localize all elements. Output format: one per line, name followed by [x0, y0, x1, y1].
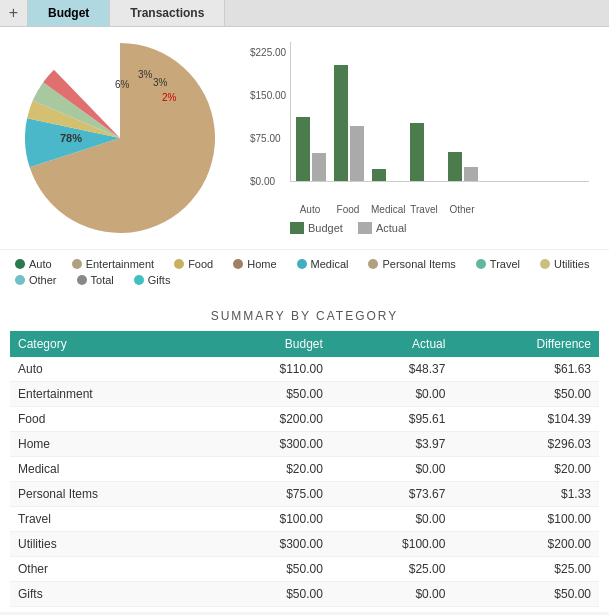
- table-cell-category: Travel: [10, 507, 208, 532]
- table-cell-budget: $200.00: [208, 407, 331, 432]
- chart-section: 78% 6% 3% 3% 2% $225.00 $150.00 $75.00 $…: [0, 27, 609, 249]
- table-cell-category: Medical: [10, 457, 208, 482]
- table-cell-budget: $100.00: [208, 507, 331, 532]
- table-cell-difference: $100.00: [453, 507, 599, 532]
- bar-x-label: Travel: [409, 204, 439, 215]
- legend-item: Personal Items: [368, 258, 455, 270]
- legend-dot: [72, 259, 82, 269]
- summary-section: SUMMARY BY CATEGORY Category Budget Actu…: [0, 294, 609, 612]
- legend-dot: [297, 259, 307, 269]
- legend-dot: [233, 259, 243, 269]
- legend-item: Total: [77, 274, 114, 286]
- table-cell-category: Auto: [10, 357, 208, 382]
- table-cell-category: Personal Items: [10, 482, 208, 507]
- legend-label: Gifts: [148, 274, 171, 286]
- pie-chart: 78% 6% 3% 3% 2%: [10, 37, 230, 239]
- legend-label: Utilities: [554, 258, 589, 270]
- bar-groups: [290, 42, 589, 182]
- legend-item: Gifts: [134, 274, 171, 286]
- budget-bar: [372, 169, 386, 181]
- tab-bar: + Budget Transactions: [0, 0, 609, 27]
- table-cell-difference: $104.39: [453, 407, 599, 432]
- legend-dot: [174, 259, 184, 269]
- table-cell-difference: $20.00: [453, 457, 599, 482]
- bar-legend-budget: Budget: [290, 222, 343, 234]
- table-cell-budget: $50.00: [208, 557, 331, 582]
- legend-dot: [134, 275, 144, 285]
- table-cell-budget: $50.00: [208, 382, 331, 407]
- legend-item: Auto: [15, 258, 52, 270]
- bar-x-label: Food: [333, 204, 363, 215]
- table-cell-category: Home: [10, 432, 208, 457]
- legend-label: Home: [247, 258, 276, 270]
- table-cell-category: Entertainment: [10, 382, 208, 407]
- summary-title: SUMMARY BY CATEGORY: [10, 309, 599, 323]
- header-difference: Difference: [453, 331, 599, 357]
- table-cell-category: Other: [10, 557, 208, 582]
- actual-bar: [464, 167, 478, 181]
- legend-label: Personal Items: [382, 258, 455, 270]
- tab-transactions[interactable]: Transactions: [110, 0, 225, 26]
- legend-dot: [540, 259, 550, 269]
- table-cell-actual: $25.00: [331, 557, 454, 582]
- legend-item: Utilities: [540, 258, 589, 270]
- bar-x-axis: AutoFoodMedicalTravelOther: [290, 202, 589, 217]
- table-cell-difference: $50.00: [453, 582, 599, 607]
- pie-label-78: 78%: [60, 132, 82, 144]
- legend-dot: [77, 275, 87, 285]
- table-cell-budget: $110.00: [208, 357, 331, 382]
- table-cell-budget: $50.00: [208, 582, 331, 607]
- bar-legend: Budget Actual: [290, 222, 589, 234]
- table-cell-actual: $100.00: [331, 532, 454, 557]
- bar-x-label: Medical: [371, 204, 401, 215]
- budget-legend-color: [290, 222, 304, 234]
- budget-bar: [448, 152, 462, 181]
- legend-label: Other: [29, 274, 57, 286]
- legend-item: Travel: [476, 258, 520, 270]
- legend-dot: [15, 275, 25, 285]
- table-cell-budget: $300.00: [208, 532, 331, 557]
- header-actual: Actual: [331, 331, 454, 357]
- header-category: Category: [10, 331, 208, 357]
- bar-x-label: Auto: [295, 204, 325, 215]
- table-cell-difference: $296.03: [453, 432, 599, 457]
- table-header-row: Category Budget Actual Difference: [10, 331, 599, 357]
- table-cell-difference: $200.00: [453, 532, 599, 557]
- header-budget: Budget: [208, 331, 331, 357]
- pie-label-3a: 3%: [138, 69, 152, 80]
- legend-dot: [368, 259, 378, 269]
- table-cell-budget: $75.00: [208, 482, 331, 507]
- actual-bar: [312, 153, 326, 181]
- add-tab-button[interactable]: +: [0, 0, 28, 26]
- bar-group: [448, 152, 478, 181]
- budget-bar: [296, 117, 310, 181]
- table-cell-difference: $1.33: [453, 482, 599, 507]
- table-cell-budget: $300.00: [208, 432, 331, 457]
- table-row: Utilities$300.00$100.00$200.00: [10, 532, 599, 557]
- legend-label: Total: [91, 274, 114, 286]
- bar-legend-actual: Actual: [358, 222, 407, 234]
- table-cell-actual: $0.00: [331, 457, 454, 482]
- table-cell-actual: $48.37: [331, 357, 454, 382]
- table-cell-category: Food: [10, 407, 208, 432]
- table-cell-actual: $0.00: [331, 382, 454, 407]
- actual-legend-color: [358, 222, 372, 234]
- table-cell-difference: $25.00: [453, 557, 599, 582]
- table-cell-actual: $0.00: [331, 582, 454, 607]
- table-row: Medical$20.00$0.00$20.00: [10, 457, 599, 482]
- table-cell-difference: $61.63: [453, 357, 599, 382]
- bar-group: [334, 65, 364, 181]
- tab-budget[interactable]: Budget: [28, 0, 110, 26]
- bar-group: [296, 117, 326, 181]
- bar-x-label: Other: [447, 204, 477, 215]
- legend-label: Medical: [311, 258, 349, 270]
- table-row: Food$200.00$95.61$104.39: [10, 407, 599, 432]
- summary-table: Category Budget Actual Difference Auto$1…: [10, 331, 599, 607]
- pie-label-2: 2%: [162, 92, 176, 103]
- table-cell-budget: $20.00: [208, 457, 331, 482]
- legend-label: Auto: [29, 258, 52, 270]
- bar-group: [410, 123, 440, 181]
- table-cell-actual: $73.67: [331, 482, 454, 507]
- legend-label: Food: [188, 258, 213, 270]
- table-row: Travel$100.00$0.00$100.00: [10, 507, 599, 532]
